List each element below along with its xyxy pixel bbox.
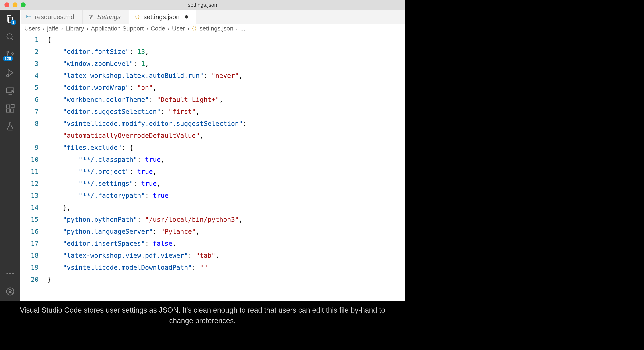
activity-bar: 1 128 — [0, 10, 20, 301]
code-line[interactable]: "window.zoomLevel": 1, — [45, 58, 405, 70]
token-punct: : — [204, 72, 212, 79]
window-title: settings.json — [188, 2, 217, 8]
line-number: 16 — [20, 226, 38, 238]
code-line[interactable]: "workbench.colorTheme": "Default Light+"… — [45, 94, 405, 106]
breadcrumb-segment[interactable]: User — [172, 25, 185, 32]
body-area: 1 128 — [0, 10, 405, 301]
code-line[interactable]: "editor.fontSize": 13, — [45, 46, 405, 58]
breadcrumb-trailing[interactable]: ... — [240, 25, 245, 32]
breadcrumb-segment[interactable]: jaffe — [47, 25, 58, 32]
activity-source-control[interactable]: 128 — [5, 50, 16, 60]
token-key: "editor.fontSize" — [63, 48, 130, 56]
chevron-right-icon: › — [86, 25, 88, 32]
chevron-right-icon: › — [146, 25, 148, 32]
code-line[interactable]: "python.languageServer": "Pylance", — [45, 226, 405, 238]
tab-resources-md[interactable]: resources.md — [20, 10, 82, 24]
chevron-right-icon: › — [236, 25, 238, 32]
svg-rect-14 — [10, 109, 14, 112]
line-number: 3 — [20, 58, 38, 70]
code-line[interactable]: "editor.wordWrap": "on", — [45, 82, 405, 94]
activity-search[interactable] — [5, 32, 16, 42]
activity-run-debug[interactable] — [5, 68, 16, 78]
breadcrumb-segment[interactable]: Code — [150, 25, 165, 32]
token-punct: , — [219, 96, 223, 103]
code-line[interactable]: } — [45, 274, 405, 286]
token-str: "never" — [212, 72, 239, 79]
activity-more[interactable] — [5, 268, 16, 279]
code-line[interactable]: "vsintellicode.modify.editor.suggestSele… — [45, 118, 405, 130]
code-line[interactable]: { — [45, 34, 405, 46]
svg-point-24 — [90, 15, 91, 16]
svg-line-1 — [11, 38, 14, 40]
token-punct: : — [188, 252, 196, 259]
line-number: 10 — [20, 154, 38, 166]
token-key: "editor.insertSpaces" — [63, 240, 145, 247]
code-line[interactable]: "**/.project": true, — [45, 166, 405, 178]
json-icon — [134, 14, 140, 20]
window-maximize-button[interactable] — [21, 3, 26, 7]
svg-point-0 — [7, 34, 12, 39]
activity-accounts[interactable] — [5, 286, 16, 297]
markdown-icon — [26, 14, 32, 20]
line-number: 6 — [20, 94, 38, 106]
code-line[interactable]: "latex-workshop.view.pdf.viewer": "tab", — [45, 250, 405, 262]
code-content[interactable]: { "editor.fontSize": 13, "window.zoomLev… — [45, 33, 405, 301]
breadcrumbs[interactable]: Users›jaffe›Library›Application Support›… — [20, 24, 405, 33]
token-punct: : — [161, 108, 168, 115]
token-punct: : — [130, 168, 137, 176]
code-line[interactable]: "**/.classpath": true, — [45, 154, 405, 166]
line-number: 17 — [20, 238, 38, 250]
tab-settings-json[interactable]: settings.json — [129, 10, 196, 24]
chevron-right-icon: › — [168, 25, 170, 32]
code-line[interactable]: "automaticallyOverrodeDefaultValue", — [45, 130, 405, 142]
chevron-right-icon: › — [42, 25, 45, 32]
tab-settings[interactable]: Settings — [82, 10, 129, 24]
activity-testing[interactable] — [5, 121, 16, 132]
chevron-right-icon: › — [61, 25, 63, 32]
chevron-right-icon: › — [187, 25, 189, 32]
window-close-button[interactable] — [4, 3, 9, 7]
svg-point-26 — [90, 18, 91, 19]
text-cursor — [51, 276, 51, 284]
window-minimize-button[interactable] — [12, 3, 18, 7]
token-bool: true — [137, 168, 153, 176]
token-punct: , — [196, 108, 200, 115]
tab-label: resources.md — [35, 13, 74, 21]
token-punct: : — [133, 60, 141, 68]
tab-label: settings.json — [144, 13, 180, 21]
breadcrumb-segment[interactable]: Users — [24, 25, 40, 32]
line-number: 7 — [20, 106, 38, 118]
line-number: 14 — [20, 202, 38, 214]
code-line[interactable]: "latex-workshop.latex.autoBuild.run": "n… — [45, 70, 405, 82]
token-bool: true — [153, 192, 168, 199]
token-bool: true — [141, 180, 157, 188]
code-line[interactable]: "python.pythonPath": "/usr/local/bin/pyt… — [45, 214, 405, 226]
activity-extensions[interactable] — [5, 103, 16, 114]
code-line[interactable]: "vsintellicode.modelDownloadPath": "" — [45, 262, 405, 274]
token-key: "latex-workshop.latex.autoBuild.run" — [63, 72, 204, 79]
token-key: "editor.wordWrap" — [63, 84, 130, 91]
editor-body[interactable]: 12345678.91011121314151617181920 { "edit… — [20, 33, 405, 301]
code-line[interactable]: "files.exclude": { — [45, 142, 405, 154]
code-line[interactable]: }, — [45, 202, 405, 214]
breadcrumb-segment[interactable]: Library — [66, 25, 84, 32]
activity-remote[interactable] — [5, 85, 16, 96]
code-line[interactable]: "editor.suggestSelection": "first", — [45, 106, 405, 118]
code-line[interactable]: "**/.factorypath": true — [45, 190, 405, 202]
breadcrumb-file[interactable]: settings.json — [200, 25, 233, 32]
token-key: "workbench.colorTheme" — [63, 96, 149, 103]
token-str: "first" — [168, 108, 196, 115]
token-punct: : — [243, 120, 250, 127]
token-punct: { — [47, 36, 51, 44]
breadcrumb-segment[interactable]: Application Support — [91, 25, 144, 32]
activity-explorer[interactable]: 1 — [5, 14, 16, 24]
token-punct: , — [153, 168, 157, 176]
svg-point-2 — [7, 51, 9, 53]
line-number: 2 — [20, 46, 38, 58]
token-punct: , — [153, 84, 157, 91]
code-line[interactable]: "editor.insertSpaces": false, — [45, 238, 405, 250]
token-punct: : — [130, 84, 137, 91]
svg-point-25 — [91, 17, 92, 18]
code-line[interactable]: "**/.settings": true, — [45, 178, 405, 190]
token-punct: , — [172, 240, 176, 247]
